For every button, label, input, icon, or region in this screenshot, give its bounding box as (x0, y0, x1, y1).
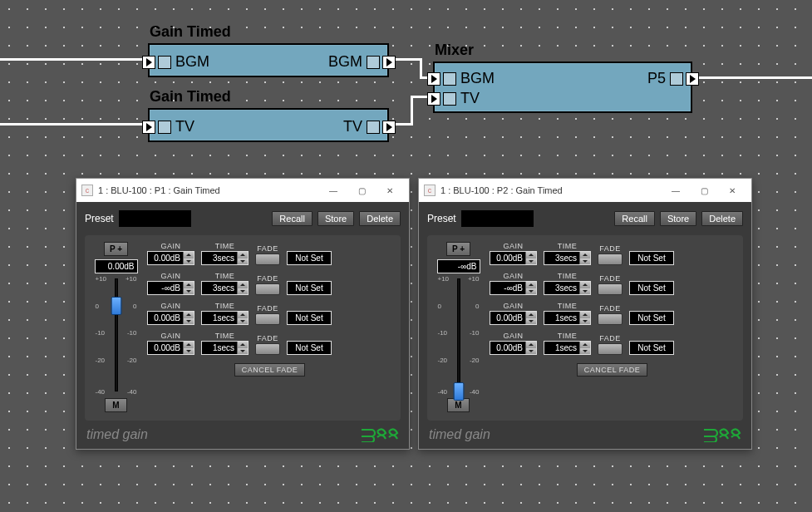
gain-value[interactable]: -∞dB (490, 281, 537, 295)
fade-button[interactable] (255, 343, 280, 355)
fade-button[interactable] (598, 254, 623, 265)
spinner-icon[interactable] (237, 252, 248, 264)
port-arrow-icon (427, 92, 440, 106)
panel-body: Preset Recall Store Delete P + 0.00dB +1… (76, 202, 409, 449)
time-cell: TIME 3secs (544, 242, 591, 265)
gain-value[interactable]: 0.00dB (147, 341, 194, 355)
time-value[interactable]: 1secs (201, 311, 249, 325)
preset-input[interactable] (119, 210, 191, 227)
fade-button[interactable] (598, 313, 623, 325)
maximize-button[interactable]: ▢ (347, 182, 376, 199)
time-value[interactable]: 3secs (544, 251, 591, 265)
mute-button[interactable]: M (105, 398, 126, 412)
recall-button[interactable]: Recall (272, 211, 312, 226)
maximize-button[interactable]: ▢ (690, 182, 718, 199)
input-port-tv[interactable]: TV (427, 90, 481, 107)
gain-value[interactable]: -∞dB (147, 281, 194, 295)
input-port-bgm[interactable]: BGM (142, 53, 211, 71)
cancel-fade-button[interactable]: CANCEL FADE (577, 363, 648, 377)
window-title: 1 : BLU-100 : P2 : Gain Timed (440, 185, 563, 195)
spinner-icon[interactable] (525, 252, 536, 264)
gain-cell: GAIN 0.00dB (490, 302, 537, 325)
spinner-icon[interactable] (183, 342, 194, 354)
fader[interactable]: +10+1000-10-10-20-20-40-40 (96, 278, 137, 391)
spinner-icon[interactable] (525, 282, 536, 294)
time-value[interactable]: 3secs (544, 281, 591, 295)
fader[interactable]: +10+1000-10-10-20-20-40-40 (438, 278, 480, 391)
node-gain-bgm[interactable]: Gain Timed BGM BGM (148, 43, 389, 77)
fade-button[interactable] (598, 283, 623, 295)
time-value[interactable]: 1secs (201, 341, 249, 355)
status-readout: Not Set (287, 341, 332, 355)
recall-button[interactable]: Recall (614, 211, 655, 226)
node-mixer[interactable]: Mixer BGM TV P5 (433, 62, 692, 113)
gain-header: GAIN (503, 302, 523, 310)
gain-cell: GAIN 0.00dB (147, 302, 194, 325)
spinner-icon[interactable] (183, 252, 194, 264)
gain-readout[interactable]: 0.00dB (95, 259, 138, 273)
minimize-button[interactable]: — (319, 182, 347, 199)
window-titlebar[interactable]: c 1 : BLU-100 : P1 : Gain Timed — ▢ ✕ (76, 179, 409, 202)
delete-button[interactable]: Delete (701, 211, 743, 226)
port-square-icon (367, 121, 380, 134)
time-value[interactable]: 3secs (201, 281, 249, 295)
polarity-button[interactable]: P + (446, 242, 470, 256)
store-button[interactable]: Store (660, 211, 696, 226)
gain-value[interactable]: 0.00dB (147, 251, 194, 265)
window-titlebar[interactable]: c 1 : BLU-100 : P2 : Gain Timed — ▢ ✕ (419, 179, 751, 202)
spinner-icon[interactable] (183, 312, 194, 324)
spinner-icon[interactable] (525, 312, 536, 324)
preset-input[interactable] (461, 210, 534, 227)
gain-value[interactable]: 0.00dB (490, 341, 537, 355)
time-value[interactable]: 1secs (544, 341, 591, 355)
store-button[interactable]: Store (317, 211, 354, 226)
gain-value[interactable]: 0.00dB (490, 311, 537, 325)
gain-readout[interactable]: -∞dB (437, 259, 480, 273)
output-port-bgm[interactable]: BGM (327, 53, 396, 71)
delete-button[interactable]: Delete (359, 211, 401, 226)
input-port-bgm[interactable]: BGM (427, 70, 496, 87)
output-port-tv[interactable]: TV (342, 118, 396, 135)
fade-cell: FADE (598, 304, 623, 325)
fader-knob[interactable] (111, 297, 121, 315)
spinner-icon[interactable] (237, 282, 248, 294)
time-value[interactable]: 1secs (544, 311, 591, 325)
status-readout: Not Set (287, 281, 332, 295)
fade-button[interactable] (255, 254, 280, 265)
timed-gain-panel[interactable]: c 1 : BLU-100 : P2 : Gain Timed — ▢ ✕ Pr… (418, 178, 752, 450)
fader-knob[interactable] (453, 382, 464, 401)
status-readout: Not Set (287, 311, 332, 325)
status-readout: Not Set (629, 281, 674, 295)
preset-label: Preset (427, 213, 456, 224)
gain-header: GAIN (160, 332, 180, 340)
close-button[interactable]: ✕ (718, 182, 746, 199)
minimize-button[interactable]: — (662, 182, 690, 199)
port-label: TV (174, 118, 196, 135)
node-gain-tv[interactable]: Gain Timed TV TV (148, 108, 389, 142)
input-port-tv[interactable]: TV (142, 118, 196, 135)
time-value[interactable]: 3secs (201, 251, 249, 265)
spinner-icon[interactable] (237, 312, 248, 324)
spinner-icon[interactable] (579, 312, 590, 324)
spinner-icon[interactable] (579, 342, 590, 354)
fade-button[interactable] (255, 283, 280, 295)
fade-button[interactable] (598, 343, 623, 355)
output-port-p5[interactable]: P5 (646, 70, 699, 87)
spinner-icon[interactable] (579, 282, 590, 294)
close-button[interactable]: ✕ (376, 182, 404, 199)
spinner-icon[interactable] (183, 282, 194, 294)
gain-value[interactable]: 0.00dB (490, 251, 537, 265)
node-title: Gain Timed (150, 23, 231, 41)
spinner-icon[interactable] (237, 342, 248, 354)
fade-button[interactable] (255, 313, 280, 325)
polarity-button[interactable]: P + (104, 242, 128, 256)
cancel-fade-button[interactable]: CANCEL FADE (234, 363, 306, 377)
port-label: TV (342, 118, 364, 135)
panel-footer: timed gain (427, 421, 743, 442)
timed-gain-panel[interactable]: c 1 : BLU-100 : P1 : Gain Timed — ▢ ✕ Pr… (76, 178, 410, 450)
fade-cell: FADE (255, 244, 280, 265)
spinner-icon[interactable] (579, 252, 590, 264)
spinner-icon[interactable] (525, 342, 536, 354)
fade-cell: FADE (598, 274, 623, 295)
gain-value[interactable]: 0.00dB (147, 311, 194, 325)
